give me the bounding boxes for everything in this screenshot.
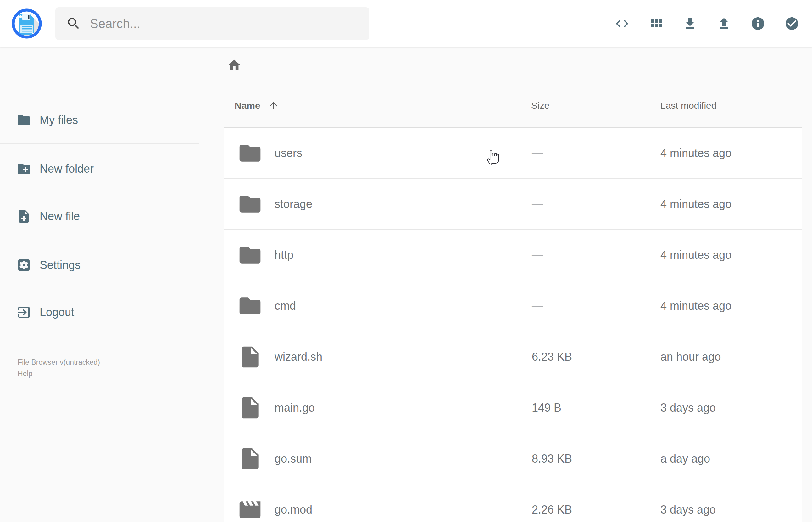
- help-link[interactable]: Help: [18, 368, 100, 379]
- file-name: users: [275, 128, 302, 179]
- file-modified: 4 minutes ago: [661, 281, 731, 332]
- sort-ascending-icon: [268, 100, 279, 111]
- settings-icon: [16, 258, 32, 273]
- column-header-name[interactable]: Name: [235, 98, 279, 114]
- file-name: http: [275, 229, 293, 281]
- folder-icon: [238, 242, 263, 267]
- file-size: 6.23 KB: [532, 332, 572, 382]
- download-button[interactable]: [683, 16, 697, 31]
- switch-view-button[interactable]: [648, 16, 664, 31]
- folder-icon: [238, 141, 263, 166]
- listing-column-headers: Name Size Last modified: [0, 98, 812, 114]
- file-name: go.mod: [275, 484, 312, 522]
- sidebar-item-label: New folder: [40, 162, 94, 176]
- code-icon: [614, 16, 630, 31]
- file-size: 8.93 KB: [532, 433, 572, 484]
- breadcrumb-divider: [224, 86, 802, 86]
- folder-icon: [238, 294, 263, 319]
- sidebar: My files New folder New file Settings Lo…: [0, 47, 199, 522]
- file-row-main-go[interactable]: main.go 149 B 3 days ago: [224, 382, 801, 433]
- file-size: 149 B: [532, 382, 561, 433]
- download-icon: [683, 16, 697, 31]
- column-header-size[interactable]: Size: [531, 98, 549, 114]
- file-row-cmd[interactable]: cmd — 4 minutes ago: [224, 281, 801, 332]
- folder-icon: [16, 113, 32, 128]
- file-name: go.sum: [275, 433, 312, 484]
- header-actions: [614, 0, 799, 47]
- raw-code-button[interactable]: [614, 16, 630, 31]
- movie-icon: [238, 497, 263, 522]
- create-new-folder-icon: [16, 161, 32, 176]
- sidebar-divider: [0, 242, 199, 242]
- file-row-http[interactable]: http — 4 minutes ago: [224, 229, 801, 281]
- version-text: File Browser v(untracked): [18, 357, 100, 368]
- file-icon: [238, 395, 263, 420]
- sidebar-item-label: My files: [40, 114, 78, 127]
- app-header: [0, 0, 812, 47]
- note-add-icon: [16, 209, 32, 224]
- file-modified: 4 minutes ago: [661, 128, 731, 179]
- sidebar-footer: File Browser v(untracked) Help: [18, 357, 100, 379]
- file-row-go-mod[interactable]: go.mod 2.26 KB 3 days ago: [224, 484, 801, 522]
- sidebar-item-logout[interactable]: Logout: [0, 300, 199, 325]
- search-bar[interactable]: [55, 7, 369, 40]
- info-icon: [750, 16, 766, 31]
- sidebar-item-settings[interactable]: Settings: [0, 253, 199, 278]
- file-name: storage: [275, 179, 312, 229]
- upload-icon: [716, 16, 731, 31]
- file-size: 2.26 KB: [532, 484, 572, 522]
- search-icon: [66, 16, 81, 31]
- home-icon: [227, 58, 242, 72]
- file-row-storage[interactable]: storage — 4 minutes ago: [224, 179, 801, 229]
- select-multiple-button[interactable]: [784, 16, 799, 31]
- file-row-users[interactable]: users — 4 minutes ago: [224, 128, 801, 179]
- filebrowser-logo[interactable]: [11, 7, 43, 40]
- file-modified: 3 days ago: [661, 484, 716, 522]
- file-modified: 4 minutes ago: [661, 229, 731, 281]
- logout-icon: [16, 305, 32, 320]
- file-name: main.go: [275, 382, 315, 433]
- file-name: cmd: [275, 281, 296, 332]
- folder-icon: [238, 192, 263, 217]
- sidebar-divider: [0, 143, 199, 144]
- file-listing: users — 4 minutes ago storage — 4 minute…: [224, 127, 802, 522]
- file-icon: [238, 446, 263, 471]
- check-circle-icon: [784, 16, 799, 31]
- file-size: —: [532, 179, 543, 229]
- grid-view-icon: [648, 16, 664, 31]
- upload-button[interactable]: [716, 16, 731, 31]
- file-row-wizard-sh[interactable]: wizard.sh 6.23 KB an hour ago: [224, 332, 801, 382]
- sidebar-item-new-file[interactable]: New file: [0, 204, 199, 229]
- file-name: wizard.sh: [275, 332, 322, 382]
- breadcrumb-home-button[interactable]: [227, 58, 242, 72]
- sidebar-item-new-folder[interactable]: New folder: [0, 156, 199, 181]
- file-row-go-sum[interactable]: go.sum 8.93 KB a day ago: [224, 433, 801, 484]
- sidebar-item-label: New file: [40, 210, 80, 223]
- search-input[interactable]: [90, 17, 348, 31]
- file-modified: a day ago: [661, 433, 710, 484]
- file-size: —: [532, 281, 543, 332]
- sidebar-item-label: Logout: [40, 306, 74, 319]
- file-modified: 4 minutes ago: [661, 179, 731, 229]
- file-modified: an hour ago: [661, 332, 721, 382]
- file-modified: 3 days ago: [661, 382, 716, 433]
- file-size: —: [532, 128, 543, 179]
- file-size: —: [532, 229, 543, 281]
- column-header-last-modified[interactable]: Last modified: [661, 98, 716, 114]
- file-icon: [238, 344, 263, 369]
- sidebar-item-label: Settings: [40, 259, 81, 272]
- info-button[interactable]: [750, 16, 766, 31]
